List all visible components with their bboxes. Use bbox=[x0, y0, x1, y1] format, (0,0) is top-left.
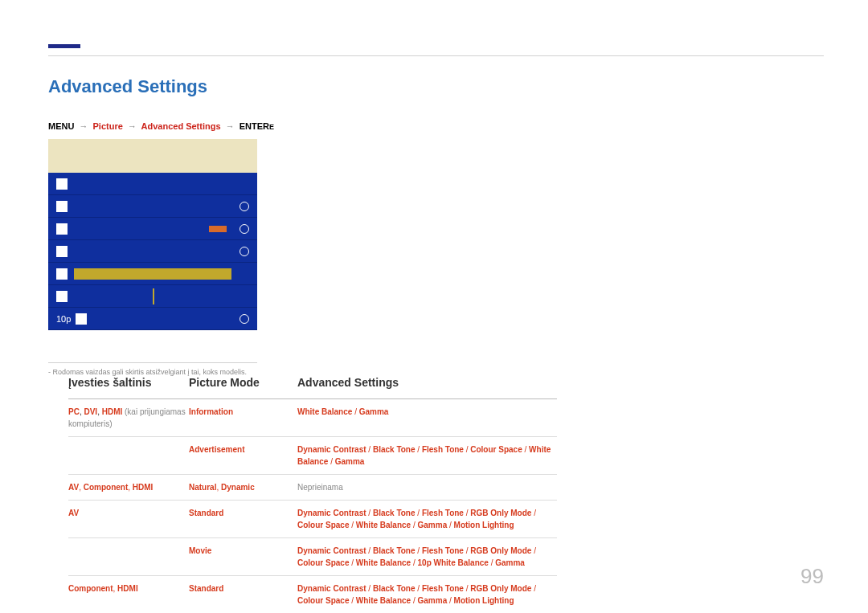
cell-mode: Standard bbox=[189, 507, 297, 531]
cell-mode: Standard bbox=[189, 582, 297, 607]
cell-source bbox=[68, 443, 189, 468]
radio-icon bbox=[240, 314, 249, 324]
bc-picture: Picture bbox=[93, 121, 123, 131]
menu-item-3[interactable] bbox=[48, 218, 257, 240]
slider-bar bbox=[74, 268, 231, 280]
menu-icon bbox=[56, 246, 68, 257]
th-picture-mode: Picture Mode bbox=[189, 376, 297, 389]
cell-mode: Information bbox=[189, 406, 297, 430]
cell-source: AV bbox=[68, 507, 189, 531]
table-body: PC, DVI, HDMI (kai prijungiamas kompiute… bbox=[68, 399, 557, 613]
cell-settings: White Balance / Gamma bbox=[297, 406, 557, 430]
menu-item-2[interactable] bbox=[48, 195, 257, 218]
right-column: Įvesties šaltinis Picture Mode Advanced … bbox=[68, 376, 557, 613]
page-number: 99 bbox=[800, 564, 824, 589]
table-row: AVStandardDynamic Contrast / Black Tone … bbox=[68, 501, 557, 538]
th-source: Įvesties šaltinis bbox=[68, 376, 189, 389]
cell-settings: Dynamic Contrast / Black Tone / Flesh To… bbox=[297, 582, 557, 607]
table-row: MovieDynamic Contrast / Black Tone / Fle… bbox=[68, 538, 557, 576]
cell-settings: Dynamic Contrast / Black Tone / Flesh To… bbox=[297, 545, 557, 569]
breadcrumb: MENU → Picture → Advanced Settings → ENT… bbox=[48, 121, 317, 131]
table-row: AdvertisementDynamic Contrast / Black To… bbox=[68, 437, 557, 475]
osd-header bbox=[48, 139, 257, 173]
menu-icon bbox=[56, 178, 68, 190]
menu-item-5[interactable] bbox=[48, 263, 257, 285]
menu-icon bbox=[76, 313, 87, 325]
cell-mode: Natural, Dynamic bbox=[189, 481, 297, 493]
th-advanced: Advanced Settings bbox=[297, 376, 557, 389]
menu-item-4[interactable] bbox=[48, 240, 257, 263]
cell-source bbox=[68, 545, 189, 569]
slider-icon bbox=[209, 226, 227, 232]
table-row: AV, Component, HDMINatural, DynamicNepri… bbox=[68, 475, 557, 501]
cell-source: AV, Component, HDMI bbox=[68, 481, 189, 493]
cell-source: Component, HDMI bbox=[68, 582, 189, 607]
radio-icon bbox=[240, 202, 249, 211]
menu-item-6[interactable] bbox=[48, 285, 257, 308]
menu-item-7[interactable]: 10p bbox=[48, 308, 257, 330]
table-row: PC, DVI, HDMI (kai prijungiamas kompiute… bbox=[68, 399, 557, 437]
menu-icon bbox=[56, 291, 68, 302]
osd-menu: 10p bbox=[48, 139, 257, 330]
enter-icon: E bbox=[269, 123, 274, 131]
cell-settings: Dynamic Contrast / Black Tone / Flesh To… bbox=[297, 443, 557, 468]
radio-icon bbox=[240, 247, 249, 256]
cell-mode: Advertisement bbox=[189, 443, 297, 468]
arrow-icon: → bbox=[125, 121, 139, 131]
cell-mode: Movie bbox=[189, 545, 297, 569]
table-header-row: Įvesties šaltinis Picture Mode Advanced … bbox=[68, 376, 557, 399]
marker-icon bbox=[153, 288, 154, 304]
header-accent bbox=[48, 44, 80, 48]
menu-label: 10p bbox=[56, 308, 71, 330]
menu-item-1[interactable] bbox=[48, 173, 257, 195]
bc-enter: ENTER bbox=[240, 121, 269, 131]
menu-icon bbox=[56, 223, 68, 235]
menu-icon bbox=[56, 201, 68, 212]
menu-icon bbox=[56, 268, 68, 280]
footnote: - Rodomas vaizdas gali skirtis atsižvelg… bbox=[48, 368, 317, 376]
header-rule bbox=[48, 55, 824, 56]
footnote-rule bbox=[48, 362, 257, 363]
cell-settings: Dynamic Contrast / Black Tone / Flesh To… bbox=[297, 507, 557, 531]
table-row: Component, HDMIStandardDynamic Contrast … bbox=[68, 576, 557, 613]
cell-source: PC, DVI, HDMI (kai prijungiamas kompiute… bbox=[68, 406, 189, 430]
radio-icon bbox=[240, 224, 249, 234]
page-title: Advanced Settings bbox=[48, 76, 317, 97]
arrow-icon: → bbox=[76, 121, 90, 131]
cell-settings: Neprieinama bbox=[297, 481, 557, 493]
bc-menu: MENU bbox=[48, 121, 74, 131]
bc-advanced: Advanced Settings bbox=[141, 121, 221, 131]
left-column: Advanced Settings MENU → Picture → Advan… bbox=[48, 76, 317, 376]
arrow-icon: → bbox=[223, 121, 237, 131]
